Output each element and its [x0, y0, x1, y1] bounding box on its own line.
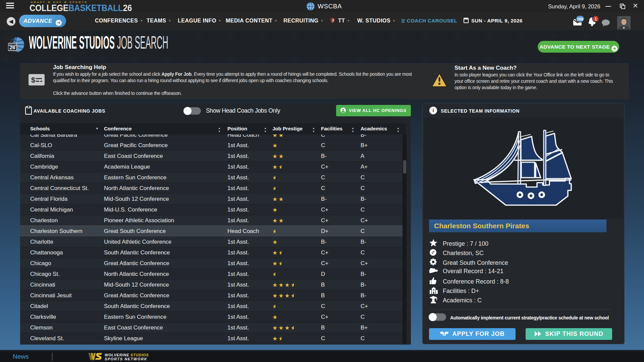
svg-text:DDS CB: DDS CB — [8, 44, 16, 46]
svg-text:1: 1 — [595, 17, 597, 21]
svg-text:208: 208 — [577, 17, 583, 21]
svg-text:$: $ — [31, 76, 35, 84]
